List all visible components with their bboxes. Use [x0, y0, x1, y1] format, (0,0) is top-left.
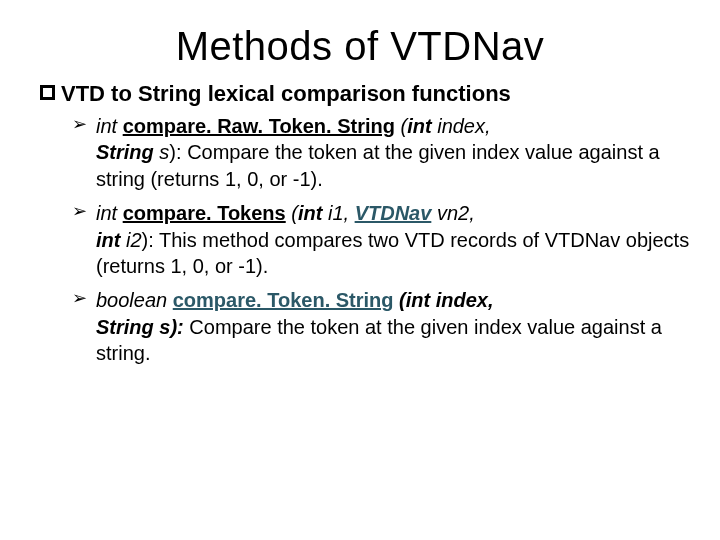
description: This method compares two VTD records of … — [96, 229, 689, 277]
triangle-bullet-icon: ➢ — [72, 200, 87, 224]
slide: Methods of VTDNav VTD to String lexical … — [0, 0, 720, 395]
triangle-bullet-icon: ➢ — [72, 113, 87, 137]
section-heading-row: VTD to String lexical comparison functio… — [40, 81, 680, 107]
square-bullet-icon — [40, 85, 55, 100]
param-type: int — [298, 202, 322, 224]
section-heading: VTD to String lexical comparison functio… — [61, 81, 511, 107]
param-type: int — [407, 115, 431, 137]
paren-close: ): — [142, 229, 159, 251]
method-name: compare. Tokens — [123, 202, 286, 224]
param-num: 1, — [332, 202, 354, 224]
return-type: int — [96, 202, 117, 224]
params-line1: (int index, — [394, 289, 494, 311]
page-title: Methods of VTDNav — [30, 24, 690, 69]
params-line2: String s): — [96, 316, 184, 338]
paren-open: ( — [286, 202, 298, 224]
list-item: ➢ int compare. Tokens (int i1, VTDNav vn… — [72, 200, 690, 279]
method-name: compare. Raw. Token. String — [123, 115, 395, 137]
param-name: vn — [431, 202, 458, 224]
param-type: int — [96, 229, 120, 251]
param-num: 2 — [130, 229, 141, 251]
param-name: s — [154, 141, 170, 163]
method-name: compare. Token. String — [173, 289, 394, 311]
param-name: i — [322, 202, 332, 224]
paren-open: ( — [395, 115, 407, 137]
paren-close: ): — [169, 141, 187, 163]
param-name: index, — [432, 115, 491, 137]
param-num: 2, — [458, 202, 475, 224]
param-type-link: VTDNav — [355, 202, 432, 224]
return-type: int — [96, 115, 117, 137]
return-type: boolean — [96, 289, 167, 311]
list-item: ➢ boolean compare. Token. String (int in… — [72, 287, 690, 366]
list-item: ➢ int compare. Raw. Token. String (int i… — [72, 113, 690, 192]
bullet-list: ➢ int compare. Raw. Token. String (int i… — [72, 113, 690, 367]
param-name: i — [120, 229, 130, 251]
triangle-bullet-icon: ➢ — [72, 287, 87, 311]
param-type: String — [96, 141, 154, 163]
